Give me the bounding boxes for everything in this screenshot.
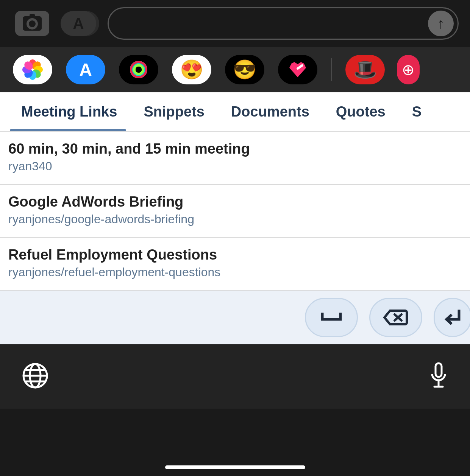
backspace-icon (383, 309, 408, 326)
memoji-hearts-icon: 😍 (180, 59, 203, 81)
camera-button[interactable] (15, 11, 49, 36)
app-drawer-button[interactable]: A (61, 11, 96, 36)
keyboard-footer (0, 344, 470, 409)
list-item[interactable]: Google AdWords Briefing ryanjones/google… (0, 185, 470, 238)
monopoly-icon: 🎩 (353, 59, 377, 81)
home-indicator[interactable] (165, 465, 305, 469)
app-chip-fitness[interactable] (119, 55, 158, 84)
memoji-frame-icon: 😎 (233, 59, 256, 81)
camera-icon (23, 16, 42, 31)
appstore-icon: A (79, 59, 92, 80)
enter-button[interactable] (434, 298, 470, 337)
app-chip-heart[interactable] (278, 55, 317, 84)
send-button[interactable]: ↑ (428, 11, 454, 36)
tab-meeting-links[interactable]: Meeting Links (21, 104, 129, 120)
imessage-app-row: A 😍 😎 🎩 ⊕ (0, 47, 470, 92)
list-item[interactable]: Refuel Employment Questions ryanjones/re… (0, 238, 470, 291)
action-row (0, 291, 470, 344)
backspace-button[interactable] (369, 298, 422, 337)
item-subtitle: ryanjones/refuel-employment-questions (8, 265, 462, 279)
tab-quotes[interactable]: Quotes (336, 104, 398, 120)
item-subtitle: ryan340 (8, 159, 462, 173)
heart-sticker-icon (289, 62, 306, 77)
extension-panel: Meeting Links Snippets Documents Quotes … (0, 92, 470, 344)
item-title: 60 min, 30 min, and 15 min meeting (8, 141, 462, 157)
app-chip-memoji-frame[interactable]: 😎 (225, 55, 264, 84)
arrow-up-icon: ↑ (437, 15, 445, 32)
appstore-a-icon: A (73, 15, 84, 32)
item-subtitle: ryanjones/google-adwords-briefing (8, 212, 462, 226)
tab-bar: Meeting Links Snippets Documents Quotes … (0, 92, 470, 132)
enter-icon (443, 309, 462, 326)
svg-rect-2 (436, 363, 442, 377)
space-button[interactable] (305, 298, 358, 337)
tab-documents[interactable]: Documents (231, 104, 322, 120)
item-title: Google AdWords Briefing (8, 194, 462, 210)
message-input[interactable]: ↑ (108, 7, 459, 40)
globe-button[interactable] (22, 362, 48, 390)
microphone-icon (429, 362, 448, 390)
app-chip-monopoly[interactable]: 🎩 (345, 55, 385, 84)
globe-pink-icon: ⊕ (402, 61, 415, 78)
item-title: Refuel Employment Questions (8, 247, 462, 263)
photos-icon (23, 60, 42, 79)
dictation-button[interactable] (429, 362, 448, 391)
globe-icon (22, 362, 48, 389)
list-item[interactable]: 60 min, 30 min, and 15 min meeting ryan3… (0, 132, 470, 185)
app-chip-memoji-hearts[interactable]: 😍 (172, 55, 211, 84)
app-row-divider (331, 58, 332, 81)
fitness-rings-icon (130, 61, 147, 78)
space-icon (320, 312, 343, 323)
app-chip-extra[interactable]: ⊕ (397, 55, 420, 84)
tab-snippets[interactable]: Snippets (144, 104, 216, 120)
app-chip-photos[interactable] (13, 55, 52, 84)
tab-truncated[interactable]: S (412, 104, 424, 120)
app-chip-appstore[interactable]: A (66, 55, 105, 84)
message-input-strip: A ↑ (0, 0, 470, 47)
